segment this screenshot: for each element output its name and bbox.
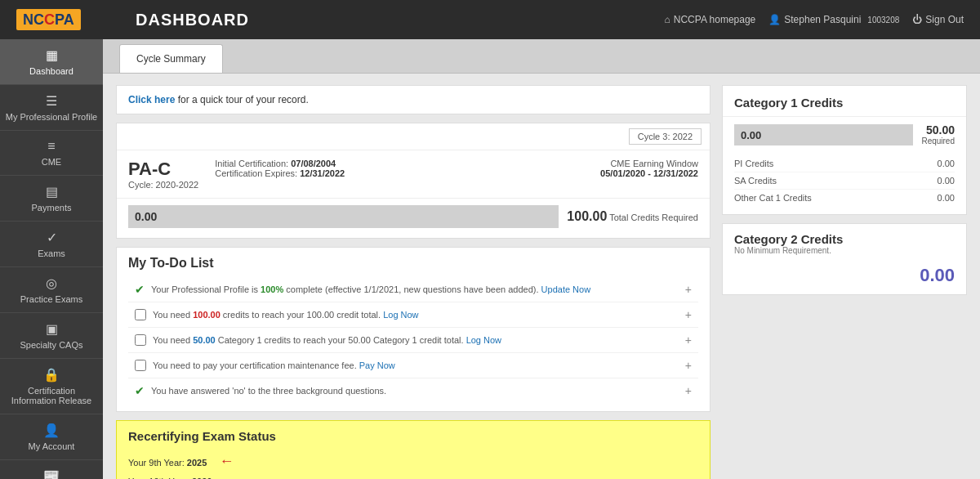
cycle-progress-section: 0.00 100.00 Total Credits Required (117, 198, 710, 238)
cat1-bar: 0.00 (734, 124, 913, 145)
sa-credits-label: SA Credits (734, 176, 777, 186)
sidebar-label-account: My Account (29, 441, 75, 451)
todo-item-background: ✔ You have answered 'no' to the three ba… (128, 378, 698, 403)
other-cat1-value: 0.00 (938, 193, 955, 203)
sidebar-label-caqs: Specialty CAQs (20, 340, 82, 350)
profile-icon: ☰ (46, 93, 57, 109)
exam-status-title: Recertifying Exam Status (128, 429, 698, 443)
home-icon: ⌂ (665, 14, 670, 25)
sidebar-item-practice-exams[interactable]: ◎ Practice Exams (0, 267, 103, 313)
todo-item-profile: ✔ Your Professional Profile is 100% comp… (128, 277, 698, 302)
cert-icon: 🔒 (43, 367, 60, 383)
cycle-dates: Initial Certification: 07/08/2004 Certif… (215, 159, 584, 178)
dashboard-icon: ▦ (46, 47, 58, 63)
signout-link[interactable]: ⏻ Sign Out (912, 14, 964, 25)
todo-text-profile: Your Professional Profile is 100% comple… (151, 284, 679, 294)
page-title: DASHBOARD (119, 11, 665, 29)
sidebar-item-news[interactable]: 📰 Latest NCCPA News (0, 460, 103, 479)
quick-tour-link[interactable]: Click here (128, 94, 175, 105)
sidebar-item-specialty-caqs[interactable]: ▣ Specialty CAQs (0, 313, 103, 359)
cycle-window: CME Earning Window 05/01/2020 - 12/31/20… (600, 159, 698, 178)
practice-icon: ◎ (46, 275, 57, 291)
sidebar: ▦ Dashboard ☰ My Professional Profile ≡ … (0, 39, 103, 479)
signout-icon: ⏻ (912, 14, 922, 25)
sidebar-label-practice: Practice Exams (20, 294, 82, 304)
todo-plus-icon-4[interactable]: + (685, 359, 692, 372)
cat1-sub-credits: PI Credits 0.00 SA Credits 0.00 Other Ca… (723, 152, 966, 214)
todo-checkbox-fee[interactable] (135, 360, 146, 371)
other-cat1-label: Other Cat 1 Credits (734, 193, 812, 203)
category2-value-row: 0.00 (723, 260, 966, 294)
sidebar-label-cert: Certification Information Release (5, 386, 98, 405)
header-nav: ⌂ NCCPA homepage 👤 Stephen Pasquini 1003… (665, 14, 964, 25)
cat1-value: 0.00 (741, 128, 761, 141)
sidebar-label-exams: Exams (38, 248, 65, 258)
log-now-link-1[interactable]: Log Now (383, 310, 418, 320)
nccpa-logo: NCCPA (16, 9, 81, 30)
cycle-credential-block: PA-C Cycle: 2020-2022 (128, 159, 198, 190)
pi-credits-value: 0.00 (938, 159, 955, 168)
tab-bar: Cycle Summary (103, 39, 980, 74)
todo-plus-icon-3[interactable]: + (685, 334, 692, 347)
sidebar-item-profile[interactable]: ☰ My Professional Profile (0, 85, 103, 131)
tab-cycle-summary[interactable]: Cycle Summary (119, 44, 223, 73)
sidebar-label-profile: My Professional Profile (6, 112, 98, 122)
caqs-icon: ▣ (46, 321, 58, 337)
cycle-card: Cycle 3: 2022 PA-C Cycle: 2020-2022 Init… (116, 123, 710, 239)
cycle-info-row: PA-C Cycle: 2020-2022 Initial Certificat… (117, 150, 710, 198)
sa-credits-value: 0.00 (938, 176, 955, 186)
category2-sub: No Minimum Requirement. (734, 246, 955, 255)
cme-icon: ≡ (47, 139, 55, 154)
todo-item-credits-total: You need 100.00 credits to reach your 10… (128, 302, 698, 328)
pi-credits-row: PI Credits 0.00 (734, 155, 955, 172)
sidebar-item-account[interactable]: 👤 My Account (0, 414, 103, 460)
todo-checkbox-credits-total[interactable] (135, 309, 146, 320)
payments-icon: ▤ (46, 184, 58, 199)
todo-text-fee: You need to pay your certification maint… (153, 360, 679, 370)
category1-card: Category 1 Credits 0.00 50.00 Required (722, 85, 967, 215)
todo-checkbox-cat1[interactable] (135, 334, 146, 346)
sidebar-item-cme[interactable]: ≡ CME (0, 131, 103, 176)
account-icon: 👤 (43, 423, 60, 438)
cycle-badge: Cycle 3: 2022 (629, 128, 702, 145)
exams-icon: ✓ (47, 230, 57, 245)
category2-card: Category 2 Credits No Minimum Requiremen… (722, 223, 967, 295)
category2-value: 0.00 (920, 265, 955, 286)
sidebar-label-cme: CME (42, 157, 61, 167)
page-content: Click here for a quick tour of your reco… (103, 74, 980, 479)
cat1-required: 50.00 Required (921, 123, 955, 145)
sidebar-item-cert-release[interactable]: 🔒 Certification Information Release (0, 359, 103, 414)
log-now-link-2[interactable]: Log Now (466, 335, 501, 345)
check-green-icon-2: ✔ (135, 384, 145, 397)
todo-plus-icon-2[interactable]: + (685, 308, 692, 321)
homepage-link[interactable]: ⌂ NCCPA homepage (665, 14, 756, 25)
user-link[interactable]: 👤 Stephen Pasquini 1003208 (768, 14, 899, 25)
category1-progress: 0.00 50.00 Required (723, 117, 966, 152)
todo-item-cat1-credits: You need 50.00 Category 1 credits to rea… (128, 328, 698, 353)
pay-now-link[interactable]: Pay Now (359, 360, 395, 370)
user-icon: 👤 (768, 14, 781, 25)
top-header: NCCPA DASHBOARD ⌂ NCCPA homepage 👤 Steph… (0, 0, 980, 39)
todo-section: My To-Do List ✔ Your Professional Profil… (116, 247, 710, 412)
sidebar-label-dashboard: Dashboard (29, 66, 74, 76)
content-area: Cycle Summary Click here for a quick tou… (103, 39, 980, 479)
update-now-link[interactable]: Update Now (541, 284, 591, 294)
cycle-card-header: Cycle 3: 2022 (117, 123, 710, 150)
check-green-icon: ✔ (135, 283, 145, 296)
cycle-label: Cycle: 2020-2022 (128, 180, 198, 190)
category1-title: Category 1 Credits (734, 96, 955, 110)
todo-plus-icon-1[interactable]: + (685, 283, 692, 296)
todo-title: My To-Do List (128, 256, 698, 271)
pi-credits-label: PI Credits (734, 159, 773, 168)
sidebar-item-dashboard[interactable]: ▦ Dashboard (0, 39, 103, 85)
left-column: Click here for a quick tour of your reco… (116, 85, 710, 479)
category2-title: Category 2 Credits (734, 232, 955, 246)
sidebar-item-exams[interactable]: ✓ Exams (0, 222, 103, 267)
category2-header: Category 2 Credits No Minimum Requiremen… (723, 224, 966, 260)
todo-text-background: You have answered 'no' to the three back… (151, 386, 679, 396)
todo-plus-icon-5[interactable]: + (685, 384, 692, 397)
category1-header: Category 1 Credits (723, 86, 966, 117)
sidebar-item-payments[interactable]: ▤ Payments (0, 176, 103, 222)
todo-item-fee: You need to pay your certification maint… (128, 353, 698, 378)
info-banner: Click here for a quick tour of your reco… (116, 85, 710, 114)
